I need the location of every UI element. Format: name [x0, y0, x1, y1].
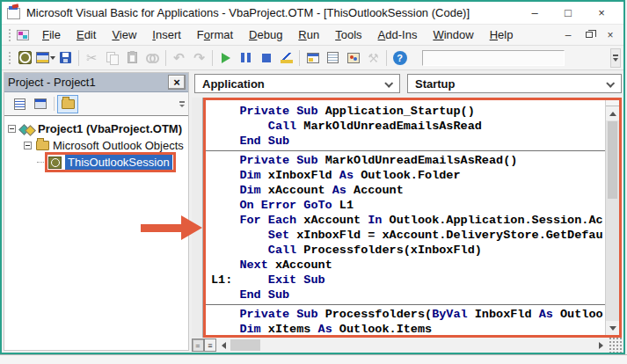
userform-icon: [36, 52, 49, 63]
margin-indicator-bar[interactable]: [192, 98, 203, 338]
code-text: xItems: [268, 323, 318, 335]
toolbar-options-button[interactable]: [610, 48, 621, 68]
code-line[interactable]: End Sub: [211, 134, 605, 149]
procedure-view-button[interactable]: =: [192, 339, 204, 352]
toolbar-grip[interactable]: [8, 51, 12, 65]
menu-file[interactable]: File: [34, 25, 69, 44]
mdi-minimize-button[interactable]: –: [562, 29, 574, 41]
menu-view[interactable]: View: [104, 25, 144, 44]
tree-row-project[interactable]: Project1 (VbaProject.OTM): [8, 120, 188, 137]
toolbar-options-icon: [613, 55, 618, 56]
vertical-scrollbar[interactable]: [605, 100, 619, 335]
reset-button[interactable]: [256, 48, 276, 68]
code-line[interactable]: Private Sub MarkOldUnreadEmailsAsRead(): [211, 153, 605, 168]
code-line[interactable]: L1: Exit Sub: [211, 273, 605, 288]
resize-grip[interactable]: [608, 338, 622, 353]
tree-label-session[interactable]: ThisOutlookSession: [65, 155, 172, 170]
menu-window[interactable]: Window: [425, 25, 481, 44]
object-browser-button[interactable]: [343, 48, 363, 68]
horizontal-scrollbar-row: = ≡: [192, 338, 622, 353]
horizontal-scroll-thumb[interactable]: [230, 339, 260, 351]
scroll-up-button[interactable]: [606, 106, 619, 120]
scroll-right-button[interactable]: [594, 338, 608, 353]
view-code-button[interactable]: [9, 95, 30, 113]
code-line[interactable]: Next xAccount: [211, 258, 605, 273]
help-button[interactable]: ?: [390, 48, 410, 68]
menu-debug[interactable]: Debug: [241, 25, 290, 44]
toggle-folders-button[interactable]: [57, 95, 78, 113]
object-dropdown[interactable]: Application: [194, 74, 400, 93]
panel-options-icon: [179, 101, 185, 103]
split-handle[interactable]: [606, 100, 619, 106]
tree-label-project[interactable]: Project1 (VbaProject.OTM): [38, 122, 182, 135]
save-button[interactable]: [55, 48, 76, 68]
code-line[interactable]: Set xInboxFld = xAccount.DeliveryStore.G…: [211, 228, 605, 243]
scroll-left-button[interactable]: [216, 338, 230, 353]
menu-format[interactable]: Format: [189, 25, 241, 44]
separator: [54, 97, 55, 111]
break-icon: [241, 53, 251, 62]
code-window-icon[interactable]: [17, 30, 29, 40]
menu-addins[interactable]: Add-Ins: [370, 25, 426, 44]
redo-icon: [193, 50, 205, 66]
code-keyword: As: [539, 308, 560, 321]
code-keyword: Private Sub: [239, 105, 324, 118]
code-text: [211, 214, 239, 227]
project-panel-caption[interactable]: Project - Project1 ×: [4, 73, 188, 92]
vertical-scroll-thumb[interactable]: [608, 121, 617, 199]
code-line[interactable]: For Each xAccount In Outlook.Application…: [211, 213, 605, 228]
menu-insert[interactable]: Insert: [144, 25, 189, 44]
maximize-button[interactable]: □: [551, 2, 585, 24]
code-line[interactable]: On Error GoTo L1: [211, 198, 605, 213]
code-text: [211, 229, 268, 242]
procedure-dropdown[interactable]: Startup: [407, 74, 622, 93]
menu-help[interactable]: Help: [482, 25, 521, 44]
vertical-scroll-track[interactable]: [606, 200, 619, 321]
collapse-icon[interactable]: [24, 142, 32, 149]
code-line[interactable]: Private Sub Processfolders(ByVal InboxFl…: [211, 307, 605, 322]
panel-options-button[interactable]: [178, 96, 186, 112]
view-microsoft-outlook-button[interactable]: [15, 48, 35, 68]
code-line[interactable]: End Sub: [211, 288, 605, 302]
insert-userform-button[interactable]: [35, 48, 55, 68]
menu-tools[interactable]: Tools: [327, 25, 369, 44]
break-button[interactable]: [236, 48, 256, 68]
close-button[interactable]: ×: [585, 2, 618, 24]
design-mode-button[interactable]: [276, 48, 296, 68]
code-keyword: Dim: [239, 323, 267, 335]
code-line[interactable]: Private Sub Application_Startup(): [211, 104, 605, 119]
run-sub-button[interactable]: [215, 48, 236, 68]
collapse-icon[interactable]: [8, 125, 16, 133]
view-object-button[interactable]: [30, 95, 51, 113]
project-panel-close-button[interactable]: ×: [168, 75, 186, 90]
horizontal-scroll-track[interactable]: [260, 338, 594, 353]
minimize-button[interactable]: –: [518, 2, 551, 24]
scroll-down-button[interactable]: [606, 321, 619, 335]
help-icon: ?: [393, 51, 407, 65]
code-keyword: Dim: [239, 184, 267, 197]
tree-row-folder[interactable]: Microsoft Outlook Objects: [8, 137, 188, 154]
toolbox-button: [363, 48, 383, 68]
paste-button: [122, 48, 142, 68]
code-editor[interactable]: Private Sub Application_Startup() Call M…: [206, 100, 605, 335]
menu-run[interactable]: Run: [290, 25, 327, 44]
title-bar[interactable]: Microsoft Visual Basic for Applications …: [2, 2, 623, 25]
code-line[interactable]: Dim xInboxFld As Outlook.Folder: [211, 168, 605, 183]
menubar-grip[interactable]: [8, 28, 12, 42]
menu-edit[interactable]: Edit: [69, 25, 104, 44]
code-text: xAccount: [268, 184, 332, 197]
tree-row-session[interactable]: ThisOutlookSession: [8, 154, 188, 171]
mdi-restore-button[interactable]: [583, 29, 595, 41]
selected-item-wrap[interactable]: ThisOutlookSession: [46, 153, 175, 171]
full-module-view-button[interactable]: ≡: [204, 339, 216, 352]
code-line[interactable]: Dim xItems As Outlook.Items: [211, 322, 605, 335]
tree-label-folder[interactable]: Microsoft Outlook Objects: [53, 139, 184, 152]
code-line[interactable]: Dim xAccount As Account: [211, 183, 605, 198]
properties-window-button[interactable]: [323, 48, 343, 68]
mdi-close-button[interactable]: ×: [604, 29, 616, 41]
code-line[interactable]: Call Processfolders(xInboxFld): [211, 243, 605, 258]
dropdown-caret-icon[interactable]: [50, 56, 55, 60]
code-text: xInboxFld = xAccount.DeliveryStore.GetDe…: [296, 229, 602, 242]
project-explorer-button[interactable]: [303, 48, 323, 68]
code-line[interactable]: Call MarkOldUnreadEmailsAsRead: [211, 119, 605, 134]
